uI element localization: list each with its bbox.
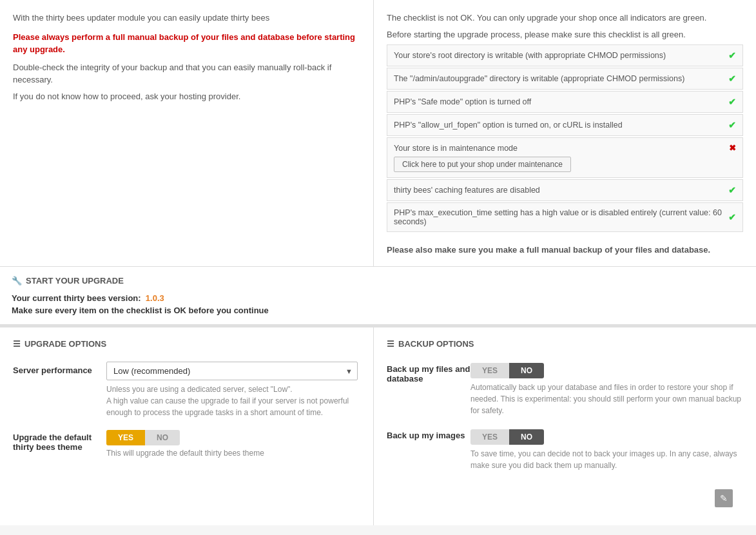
backup-options-panel: ☰ BACKUP OPTIONS Back up my files and da… <box>374 327 756 525</box>
left-panel: With the thirty bees updater module you … <box>0 0 374 266</box>
pencil-icon: ✎ <box>720 493 728 503</box>
full-backup-note: Please also make sure you make a full ma… <box>387 245 743 255</box>
server-hint-text-1: Unless you are using a dedicated server,… <box>106 385 293 394</box>
backup-list-icon: ☰ <box>387 339 394 349</box>
upgrade-options-title: ☰ UPGRADE OPTIONS <box>13 339 360 351</box>
checklist-item-7: PHP's max_execution_time setting has a h… <box>387 202 743 232</box>
checklist-label-7: PHP's max_execution_time setting has a h… <box>394 208 723 226</box>
backup-images-label: Back up my images <box>387 428 470 440</box>
server-performance-select[interactable]: Low (recommended) Medium High <box>106 362 358 380</box>
backup-options-label: BACKUP OPTIONS <box>398 339 474 349</box>
images-toggle-group: YES NO <box>470 429 544 445</box>
server-performance-select-wrapper[interactable]: Low (recommended) Medium High ▼ <box>106 362 358 380</box>
upgrade-theme-label-text: Upgrade the default thirty bees theme <box>13 433 92 452</box>
server-performance-row: Server performance Low (recommended) Med… <box>13 362 360 418</box>
backup-files-label: Back up my files and database <box>387 362 470 384</box>
check-icon-6: ✔ <box>723 185 736 195</box>
intro-text: With the thirty bees updater module you … <box>13 12 360 24</box>
upgrade-options-label: UPGRADE OPTIONS <box>24 339 106 349</box>
check-icon-2: ✔ <box>723 73 736 84</box>
images-hint: To save time, you can decide not to back… <box>470 448 743 471</box>
checklist-ok-line: Make sure every item on the checklist is… <box>12 306 744 315</box>
theme-toggle-group: YES NO <box>106 430 180 445</box>
check-icon-5: ✖ <box>729 143 736 153</box>
images-no-button[interactable]: NO <box>509 429 544 445</box>
backup-images-content: YES NO To save time, you can decide not … <box>470 428 743 471</box>
checklist-not-ok: The checklist is not OK. You can only up… <box>387 12 743 24</box>
checklist-label-1: Your store's root directory is writable … <box>394 51 723 60</box>
wrench-icon: 🔧 <box>12 276 22 286</box>
backup-images-row: Back up my images YES NO To save time, y… <box>387 428 743 471</box>
checklist-item-6: thirty bees' caching features are disabl… <box>387 179 743 201</box>
theme-hint: This will upgrade the default thirty bee… <box>106 449 360 458</box>
right-panel: The checklist is not OK. You can only up… <box>374 0 756 266</box>
upgrade-header-section: 🔧 START YOUR UPGRADE Your current thirty… <box>0 267 756 325</box>
server-hint-text-2: A high value can cause the upgrade to fa… <box>106 396 349 417</box>
backup-files-content: YES NO Automatically back up your databa… <box>470 362 743 416</box>
theme-no-button[interactable]: NO <box>145 430 180 445</box>
checklist-label-6: thirty bees' caching features are disabl… <box>394 186 723 195</box>
maintenance-button[interactable]: Click here to put your shop under mainte… <box>394 157 571 172</box>
checklist-label-5: Your store is in maintenance mode <box>394 144 729 153</box>
upgrade-theme-label: Upgrade the default thirty bees theme <box>13 429 106 452</box>
hosting-text: If you do not know how to proceed, ask y… <box>13 90 360 103</box>
theme-yes-button[interactable]: YES <box>106 430 145 445</box>
upgrade-options-panel: ☰ UPGRADE OPTIONS Server performance Low… <box>0 327 374 525</box>
main-wrapper: With the thirty bees updater module you … <box>0 0 756 525</box>
edit-icon[interactable]: ✎ <box>715 489 733 507</box>
top-section: With the thirty bees updater module you … <box>0 0 756 267</box>
backup-files-label-text: Back up my files and database <box>387 364 470 384</box>
warning-text: Please always perform a full manual back… <box>13 31 360 56</box>
checklist-item-2: The "/admin/autoupgrade" directory is wr… <box>387 68 743 90</box>
checklist-label-2: The "/admin/autoupgrade" directory is wr… <box>394 74 723 83</box>
files-yes-button[interactable]: YES <box>470 363 509 378</box>
server-hint-1: Unless you are using a dedicated server,… <box>106 384 360 418</box>
server-performance-content: Low (recommended) Medium High ▼ Unless y… <box>106 362 360 418</box>
files-no-button[interactable]: NO <box>509 363 544 378</box>
list-icon: ☰ <box>13 339 21 349</box>
files-toggle-group: YES NO <box>470 363 544 378</box>
backup-files-row: Back up my files and database YES NO Aut… <box>387 362 743 416</box>
check-icon-7: ✔ <box>723 212 736 222</box>
upgrade-theme-content: YES NO This will upgrade the default thi… <box>106 429 360 458</box>
check-icon-4: ✔ <box>723 120 736 130</box>
version-number: 1.0.3 <box>146 293 164 303</box>
checklist-items: Your store's root directory is writable … <box>387 44 743 232</box>
upgrade-title-label: START YOUR UPGRADE <box>26 276 124 286</box>
images-yes-button[interactable]: YES <box>470 429 509 445</box>
files-hint-text: Automatically back up your database and … <box>470 383 741 415</box>
check-icon-1: ✔ <box>723 50 736 61</box>
check-icon-3: ✔ <box>723 97 736 107</box>
files-hint: Automatically back up your database and … <box>470 382 743 416</box>
bottom-section: ☰ UPGRADE OPTIONS Server performance Low… <box>0 327 756 525</box>
checklist-item-1: Your store's root directory is writable … <box>387 44 743 66</box>
upgrade-section-title: 🔧 START YOUR UPGRADE <box>12 276 744 286</box>
checklist-item-4: PHP's "allow_url_fopen" option is turned… <box>387 114 743 136</box>
maintenance-row-top: Your store is in maintenance mode ✖ <box>394 143 736 153</box>
checklist-label-3: PHP's "Safe mode" option is turned off <box>394 97 723 106</box>
upgrade-theme-row: Upgrade the default thirty bees theme YE… <box>13 429 360 458</box>
checklist-label-4: PHP's "allow_url_fopen" option is turned… <box>394 121 723 130</box>
edit-icon-wrapper: ✎ <box>387 483 743 514</box>
double-check-text: Double-check the integrity of your backu… <box>13 61 360 86</box>
backup-options-title: ☰ BACKUP OPTIONS <box>387 339 743 351</box>
version-line: Your current thirty bees version: 1.0.3 <box>12 293 744 303</box>
server-performance-label: Server performance <box>13 362 106 375</box>
checklist-before: Before starting the upgrade process, ple… <box>387 28 743 41</box>
backup-images-label-text: Back up my images <box>387 431 465 440</box>
checklist-item-5: Your store is in maintenance mode ✖ Clic… <box>387 137 743 178</box>
checklist-item-3: PHP's "Safe mode" option is turned off ✔ <box>387 91 743 113</box>
version-label-text: Your current thirty bees version: <box>12 293 141 303</box>
